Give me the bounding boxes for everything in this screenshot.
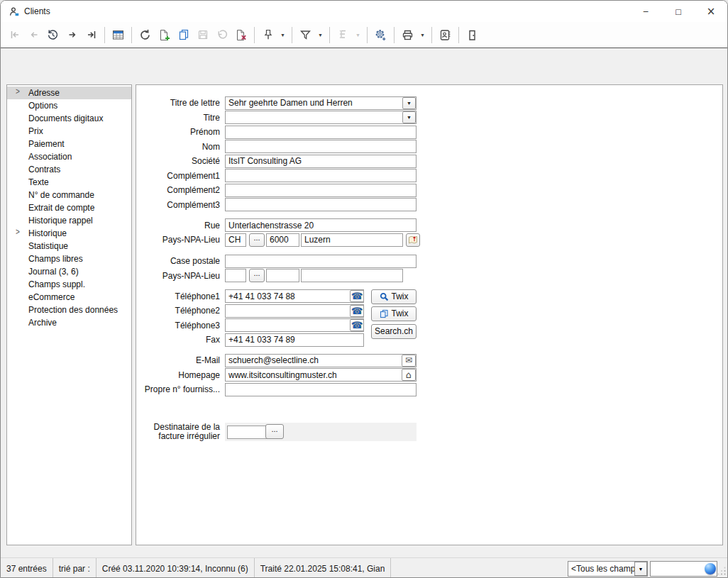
pin-button[interactable] (258, 26, 277, 45)
contacts-button[interactable] (436, 26, 455, 45)
sidebar-item-historique[interactable]: >Historique (7, 227, 131, 240)
lieu-2-input[interactable] (301, 269, 403, 282)
pin-dropdown-button[interactable]: ▼ (277, 26, 288, 45)
titre-de-lettre-combobox[interactable] (225, 96, 417, 110)
complement2-input[interactable] (225, 184, 417, 197)
nom-input[interactable] (225, 140, 417, 153)
titre-combobox[interactable] (225, 111, 417, 124)
filter-button[interactable] (296, 26, 315, 45)
first-record-icon (9, 28, 21, 41)
statusbar: 37 entrées trié par : Créé 03.11.2020 10… (1, 557, 727, 578)
search-ch-button[interactable]: Search.ch (371, 324, 417, 339)
sidebar-item-journal[interactable]: Journal (3, 6) (7, 265, 131, 278)
sidebar-item-champs-suppl[interactable]: Champs suppl. (7, 278, 131, 291)
map-button[interactable] (406, 233, 420, 247)
sidebar-item-champs-libres[interactable]: Champs libres (7, 252, 131, 265)
refresh-button[interactable] (136, 26, 155, 45)
settings-add-icon (374, 28, 387, 42)
destinataire-lookup-button[interactable]: ... (265, 424, 284, 439)
dropdown-arrow-icon: ▼ (355, 33, 360, 38)
sidebar-item-contrats[interactable]: Contrats (7, 163, 131, 176)
prenom-input[interactable] (225, 126, 417, 139)
settings-add-button[interactable] (371, 26, 390, 45)
delete-record-button[interactable] (231, 26, 250, 45)
sidebar-item-protection-des-donnees[interactable]: Protection des données (7, 304, 131, 316)
dial-telephone1-button[interactable]: ☎ (350, 290, 364, 302)
fax-input[interactable] (225, 333, 364, 347)
sidebar-item-paiement[interactable]: Paiement (7, 138, 131, 150)
send-email-button[interactable]: ✉ (402, 355, 416, 367)
tree-view-button[interactable] (333, 26, 353, 45)
filter-dropdown-button[interactable]: ▼ (315, 26, 326, 45)
pays-lookup-button[interactable]: ... (249, 233, 265, 247)
email-label: E-Mail (136, 355, 220, 365)
pays-npa-lieu-label: Pays-NPA-Lieu (136, 235, 220, 245)
sidebar-item-documents-digitaux[interactable]: Documents digitaux (7, 112, 131, 125)
sidebar-item-adresse[interactable]: >Adresse (7, 87, 131, 99)
minimize-button[interactable]: ─ (629, 1, 662, 22)
telephone1-label: Téléphone1 (136, 291, 220, 301)
pays-2-input[interactable] (225, 269, 246, 282)
titre-label: Titre (136, 113, 220, 123)
npa-input[interactable] (266, 233, 299, 247)
titre-dropdown-button[interactable]: ▼ (402, 111, 416, 123)
next-record-button[interactable] (62, 26, 82, 45)
propre-no-fournisseur-input[interactable] (225, 383, 417, 396)
complement1-input[interactable] (225, 169, 417, 182)
sidebar-item-no-de-commande[interactable]: N° de commande (7, 189, 131, 201)
sidebar-item-association[interactable]: Association (7, 150, 131, 163)
sidebar-item-extrait-de-compte[interactable]: Extrait de compte (7, 201, 131, 214)
sidebar-item-historique-rappel[interactable]: Historique rappel (7, 214, 131, 227)
copy-record-button[interactable] (174, 26, 193, 45)
entries-count: 37 entrées (1, 558, 53, 578)
map-pin-icon (408, 235, 418, 245)
twix-copy-button[interactable]: Twix (371, 306, 417, 321)
last-record-button[interactable] (82, 26, 101, 45)
titre-de-lettre-dropdown-button[interactable]: ▼ (402, 97, 416, 109)
lieu-input[interactable] (301, 233, 403, 247)
telephone3-input[interactable] (225, 318, 364, 332)
sorted-by: trié par : (53, 558, 96, 578)
complement3-input[interactable] (225, 198, 417, 211)
phone-icon: ☎ (351, 321, 363, 330)
previous-record-button[interactable] (24, 26, 43, 45)
print-dropdown-button[interactable]: ▼ (417, 26, 428, 45)
toolbar-separator (131, 27, 132, 43)
field-filter-dropdown-button[interactable]: ▼ (634, 562, 647, 576)
print-button[interactable] (398, 26, 417, 45)
field-filter-combo[interactable]: <Tous les champ ▼ (568, 561, 648, 577)
exit-button[interactable] (463, 26, 482, 45)
societe-input[interactable] (225, 155, 417, 168)
email-input[interactable] (225, 354, 417, 367)
case-postale-input[interactable] (225, 255, 417, 268)
pays-2-lookup-button[interactable]: ... (249, 269, 265, 282)
telephone2-input[interactable] (225, 304, 364, 318)
history-button[interactable] (43, 26, 62, 45)
save-record-button[interactable] (193, 26, 212, 45)
npa-2-input[interactable] (266, 269, 299, 282)
new-record-button[interactable] (155, 26, 174, 45)
resize-grip[interactable] (717, 567, 727, 578)
homepage-input[interactable] (225, 368, 417, 382)
dial-telephone2-button[interactable]: ☎ (350, 305, 364, 317)
maximize-button[interactable]: □ (662, 1, 695, 22)
first-record-button[interactable] (5, 26, 24, 45)
close-button[interactable]: × (695, 1, 727, 22)
table-view-button[interactable] (109, 26, 128, 45)
sidebar-item-archive[interactable]: Archive (7, 316, 131, 329)
pays-input[interactable] (225, 233, 246, 247)
twix-search-button[interactable]: Twix (371, 289, 417, 304)
complement2-label: Complément2 (136, 185, 220, 195)
sidebar-item-texte[interactable]: Texte (7, 176, 131, 189)
dial-telephone3-button[interactable]: ☎ (350, 319, 364, 331)
sidebar-item-statistique[interactable]: Statistique (7, 240, 131, 252)
globe-search-icon[interactable] (705, 563, 716, 574)
telephone1-input[interactable] (225, 289, 364, 303)
open-homepage-button[interactable]: ⌂ (402, 369, 416, 381)
tree-view-dropdown-button[interactable]: ▼ (353, 26, 363, 45)
sidebar-item-options[interactable]: Options (7, 99, 131, 112)
sidebar-item-ecommerce[interactable]: eCommerce (7, 291, 131, 304)
undo-button[interactable] (212, 26, 231, 45)
sidebar-item-prix[interactable]: Prix (7, 125, 131, 138)
rue-input[interactable] (225, 218, 417, 232)
